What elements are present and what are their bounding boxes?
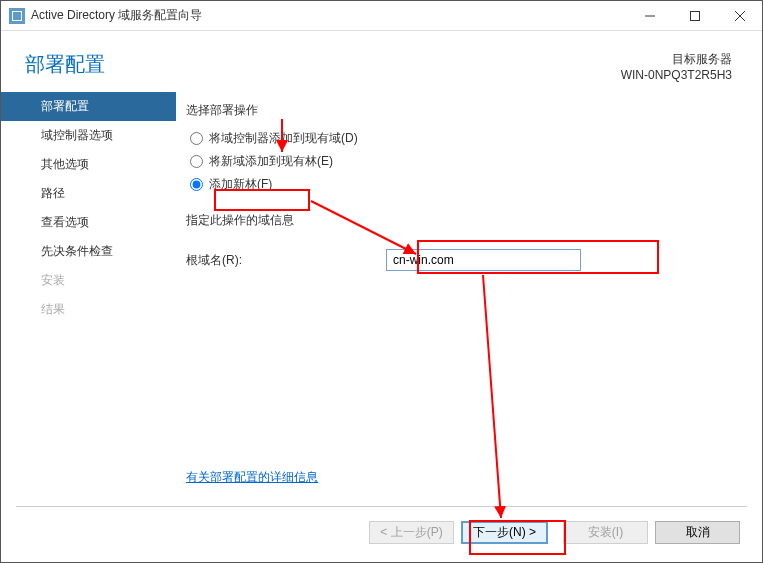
minimize-button[interactable] [627,1,672,30]
sidebar-item-review-options[interactable]: 查看选项 [1,208,176,237]
more-info-link[interactable]: 有关部署配置的详细信息 [186,469,318,486]
target-server-info: 目标服务器 WIN-0NPQ3T2R5H3 [621,51,732,82]
radio-add-new-forest[interactable]: 添加新林(F) [186,173,732,196]
content-panel: 选择部署操作 将域控制器添加到现有域(D) 将新域添加到现有林(E) 添加新林(… [176,92,762,506]
radio-add-domain-existing-forest[interactable]: 将新域添加到现有林(E) [186,150,732,173]
sidebar-item-results: 结果 [1,295,176,324]
radio-add-dc-existing-domain[interactable]: 将域控制器添加到现有域(D) [186,127,732,150]
maximize-button[interactable] [672,1,717,30]
radio-input-new-forest[interactable] [190,178,203,191]
cancel-button[interactable]: 取消 [655,521,740,544]
dialog-footer: < 上一步(P) 下一步(N) > 安装(I) 取消 [1,507,762,562]
app-icon [9,8,25,24]
sidebar: 部署配置 域控制器选项 其他选项 路径 查看选项 先决条件检查 安装 结果 [1,92,176,506]
page-title: 部署配置 [25,51,105,78]
sidebar-item-install: 安装 [1,266,176,295]
radio-label: 将新域添加到现有林(E) [209,153,333,170]
svg-rect-1 [690,11,699,20]
radio-label: 添加新林(F) [209,176,272,193]
sidebar-item-paths[interactable]: 路径 [1,179,176,208]
close-button[interactable] [717,1,762,30]
root-domain-row: 根域名(R): [186,249,732,271]
target-server-label: 目标服务器 [621,51,732,68]
next-button[interactable]: 下一步(N) > [461,521,548,544]
domain-info-label: 指定此操作的域信息 [186,212,732,229]
install-button: 安装(I) [563,521,648,544]
sidebar-item-prereq-check[interactable]: 先决条件检查 [1,237,176,266]
titlebar: Active Directory 域服务配置向导 [1,1,762,31]
root-domain-input[interactable] [386,249,581,271]
radio-label: 将域控制器添加到现有域(D) [209,130,358,147]
radio-input-add-domain[interactable] [190,155,203,168]
radio-input-add-dc[interactable] [190,132,203,145]
dialog-header: 部署配置 目标服务器 WIN-0NPQ3T2R5H3 [1,31,762,92]
dialog-window: Active Directory 域服务配置向导 部署配置 目标服务器 WIN-… [0,0,763,563]
window-controls [627,1,762,30]
select-operation-label: 选择部署操作 [186,102,732,119]
window-title: Active Directory 域服务配置向导 [31,7,627,24]
prev-button: < 上一步(P) [369,521,454,544]
sidebar-item-other-options[interactable]: 其他选项 [1,150,176,179]
sidebar-item-deploy-config[interactable]: 部署配置 [1,92,176,121]
target-server-value: WIN-0NPQ3T2R5H3 [621,68,732,82]
dialog-body: 部署配置 域控制器选项 其他选项 路径 查看选项 先决条件检查 安装 结果 选择… [1,92,762,506]
root-domain-label: 根域名(R): [186,252,386,269]
sidebar-item-dc-options[interactable]: 域控制器选项 [1,121,176,150]
